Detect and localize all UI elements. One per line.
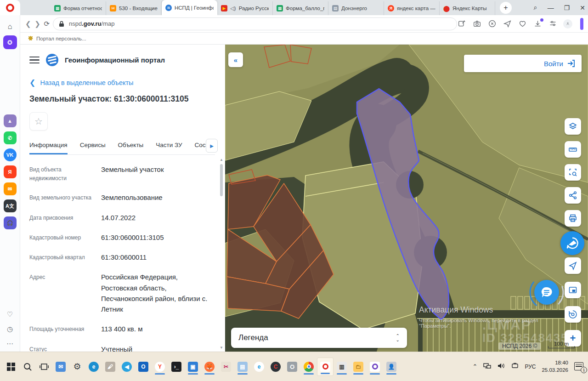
- internet-explorer-icon[interactable]: e: [251, 358, 267, 376]
- terminal-icon[interactable]: ›_: [168, 358, 185, 376]
- new-tab-button[interactable]: +: [500, 2, 512, 14]
- browser-tab[interactable]: ▶ ◁) Радио Русская Во: [217, 1, 273, 15]
- home-icon[interactable]: ⌂: [3, 20, 17, 34]
- legend-bar[interactable]: Легенда ⌃⌄: [231, 328, 407, 348]
- back-button[interactable]: ❮: [25, 18, 31, 30]
- minimap-button[interactable]: [565, 282, 581, 298]
- profile-icon[interactable]: [563, 19, 572, 28]
- bookmark-item[interactable]: Портал персональ...: [36, 36, 86, 41]
- tray-clock[interactable]: 18:40 25.03.2026: [542, 359, 568, 374]
- browser-tab[interactable]: ✉ 530 - Входящие — Я: [106, 1, 162, 15]
- more-options-icon[interactable]: ⋯: [6, 340, 13, 348]
- yandex-browser-icon[interactable]: Я: [4, 165, 17, 178]
- opera-menu-button[interactable]: [0, 0, 20, 15]
- translate-icon[interactable]: A文: [4, 199, 17, 212]
- mail-app-tile-icon[interactable]: ✉: [52, 358, 69, 376]
- browser-tab[interactable]: Я яндекс карта — Янд: [384, 1, 440, 15]
- display-device-icon[interactable]: [511, 363, 519, 370]
- layers-button[interactable]: [565, 118, 581, 135]
- map-canvas[interactable]: « Войти + −: [225, 45, 588, 352]
- notes-app-icon[interactable]: ▤: [234, 358, 251, 376]
- measure-ruler-button[interactable]: [565, 141, 581, 158]
- compass-app-icon[interactable]: C: [267, 358, 284, 376]
- sidebar-panel-toggle[interactable]: [580, 18, 583, 30]
- tab-information[interactable]: Информация: [29, 138, 68, 154]
- share-button[interactable]: [565, 187, 581, 204]
- minimize-button[interactable]: —: [548, 4, 554, 11]
- taskbar-search-icon[interactable]: [19, 358, 36, 376]
- utility-app-icon[interactable]: ⛭: [284, 358, 300, 376]
- paint-app-icon[interactable]: 🖌: [102, 358, 119, 376]
- settings-sliders-icon[interactable]: [548, 19, 557, 28]
- scroll-down-icon[interactable]: ▼: [219, 346, 224, 350]
- favorites-heart-icon[interactable]: ♡: [7, 310, 13, 318]
- browser-tab[interactable]: ▦ Форма_балло_гектар: [273, 1, 328, 15]
- attributes-list: Вид объекта недвижимостиЗемельный участо…: [29, 159, 215, 381]
- draw-feedback-button-active[interactable]: [560, 231, 584, 255]
- file-explorer-icon[interactable]: 🗀: [350, 358, 367, 376]
- back-to-selected-link[interactable]: ❮ Назад в выделенные объекты: [29, 78, 215, 87]
- snipping-tool-icon[interactable]: ✂: [218, 358, 234, 376]
- locate-button[interactable]: [565, 257, 581, 274]
- adblock-icon[interactable]: [487, 19, 497, 28]
- camera-icon[interactable]: [472, 19, 481, 28]
- select-area-button[interactable]: [565, 164, 581, 181]
- aria-star-icon[interactable]: ✪: [3, 35, 17, 49]
- chrome-icon[interactable]: [300, 358, 317, 376]
- browser-tab[interactable]: ▦ Форма отчетности п: [51, 1, 106, 15]
- bookmark-heart-icon[interactable]: [518, 19, 527, 28]
- close-button[interactable]: ✕: [580, 4, 585, 11]
- edge-browser-icon[interactable]: e: [85, 358, 102, 376]
- notifications-icon[interactable]: 1: [574, 362, 585, 371]
- opera-gx-icon[interactable]: [367, 358, 383, 376]
- login-bar[interactable]: Войти: [464, 55, 582, 72]
- tab-parcel-parts[interactable]: Части ЗУ: [156, 138, 182, 154]
- browser-tab[interactable]: ▤ Донэнерго: [328, 1, 384, 15]
- network-icon[interactable]: [483, 363, 492, 370]
- search-location-button[interactable]: [565, 306, 581, 323]
- volume-icon[interactable]: [498, 363, 505, 370]
- tab-search-icon[interactable]: ⌕: [534, 4, 537, 11]
- snapshot-edit-icon[interactable]: [457, 19, 466, 28]
- browser-tab-active[interactable]: ≋ НСПД | Геоинформацион: [162, 0, 217, 15]
- music-headphones-icon[interactable]: 🎧: [4, 216, 17, 229]
- settings-gear-icon[interactable]: ⚙: [69, 358, 85, 376]
- restore-button[interactable]: ❐: [564, 4, 570, 11]
- print-button[interactable]: [565, 210, 581, 227]
- downloads-icon[interactable]: [533, 19, 542, 28]
- mail-app-icon[interactable]: ✉: [4, 182, 17, 195]
- browser-tab[interactable]: ⬤ Яндекс Карты: [440, 1, 495, 15]
- panel-collapse-button[interactable]: «: [228, 52, 243, 67]
- address-bar[interactable]: nspd.gov.ru/map: [53, 17, 457, 30]
- panel-scrollbar[interactable]: ▲ ▼: [219, 158, 224, 350]
- vk-icon[interactable]: VK: [4, 148, 17, 161]
- tabs-next-button[interactable]: ▶: [206, 139, 218, 153]
- tray-expand-icon[interactable]: ⌃: [473, 363, 478, 370]
- whatsapp-icon[interactable]: ✆: [4, 131, 17, 144]
- photos-app-icon[interactable]: ▣: [185, 358, 201, 376]
- chat-support-button[interactable]: [534, 280, 559, 305]
- menu-hamburger-icon[interactable]: [29, 57, 40, 64]
- telegram-icon[interactable]: ◀: [119, 358, 135, 376]
- outlook-icon[interactable]: O: [135, 358, 152, 376]
- contact-app-icon[interactable]: 👤: [383, 358, 400, 376]
- favorite-star-button[interactable]: ☆: [29, 112, 48, 131]
- language-indicator[interactable]: РУС: [525, 364, 536, 370]
- yandex-app-icon[interactable]: ▲: [4, 114, 17, 127]
- spreadsheet-icon: ▦: [277, 5, 283, 11]
- reader-app-icon[interactable]: ▥: [334, 358, 350, 376]
- tab-services[interactable]: Сервисы: [80, 138, 106, 154]
- forward-button[interactable]: ❯: [34, 18, 40, 30]
- tab-objects[interactable]: Объекты: [118, 138, 144, 154]
- share-send-icon[interactable]: [503, 19, 512, 28]
- scroll-thumb[interactable]: [220, 164, 223, 196]
- history-clock-icon[interactable]: ◷: [7, 325, 13, 333]
- start-button[interactable]: [3, 358, 19, 376]
- task-view-icon[interactable]: [36, 358, 52, 376]
- legend-expand-icon[interactable]: ⌃⌄: [396, 334, 400, 342]
- opera-taskbar-icon-active[interactable]: [317, 358, 334, 376]
- scroll-up-icon[interactable]: ▲: [219, 158, 224, 162]
- reload-button[interactable]: ⟳: [44, 18, 50, 30]
- yandex-browser-taskbar-icon[interactable]: Y: [152, 358, 168, 376]
- firefox-icon[interactable]: 🦊: [201, 358, 218, 376]
